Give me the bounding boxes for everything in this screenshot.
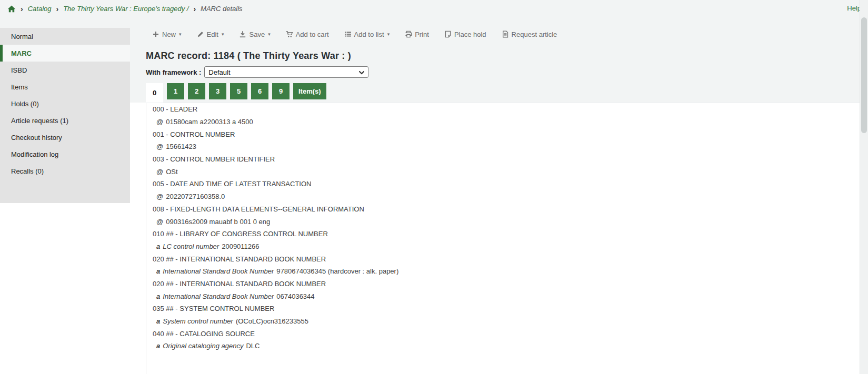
- subfield-value: 090316s2009 mauabf b 001 0 eng: [166, 218, 270, 226]
- toolbar-button-label: Print: [415, 31, 429, 38]
- marc-tag-line: 001 - CONTROL NUMBER: [146, 128, 860, 140]
- breadcrumb-separator: ›: [21, 5, 23, 13]
- subfield-code: a: [156, 317, 160, 325]
- marc-field-list: 000 - LEADER@01580cam a2200313 a 4500001…: [146, 103, 860, 352]
- subfield-code: @: [156, 168, 163, 176]
- toolbar-button-label: Add to cart: [296, 31, 329, 38]
- marc-subfield-line: aOriginal cataloging agencyDLC: [146, 340, 860, 352]
- marc-tag-line: 005 - DATE AND TIME OF LATEST TRANSACTIO…: [146, 178, 860, 190]
- save-button[interactable]: Save▾: [239, 31, 270, 38]
- sidebar-item-marc[interactable]: MARC: [0, 45, 130, 62]
- document-icon: [502, 31, 509, 38]
- subfield-value: DLC: [246, 342, 260, 350]
- help-link[interactable]: Help: [847, 4, 861, 12]
- marc-subfield-line: aLC control number2009011266: [146, 240, 860, 253]
- download-icon: [239, 31, 246, 38]
- breadcrumb: › Catalog › The Thirty Years War : Europ…: [0, 0, 868, 17]
- tab-0[interactable]: 0: [146, 83, 163, 103]
- caret-down-icon: ▾: [387, 32, 390, 37]
- subfield-code: a: [156, 267, 160, 275]
- subfield-value: OSt: [166, 168, 177, 176]
- subfield-code: @: [156, 218, 163, 226]
- toolbar-button-label: Request article: [512, 31, 557, 38]
- marc-tag-line: 035 ## - SYSTEM CONTROL NUMBER: [146, 302, 860, 315]
- toolbar-button-label: Edit: [207, 31, 218, 38]
- framework-selected-value: Default: [208, 68, 230, 76]
- tab-5[interactable]: 5: [230, 83, 247, 99]
- add-to-cart-button[interactable]: Add to cart: [286, 31, 329, 38]
- subfield-label: International Standard Book Number: [163, 292, 274, 300]
- sidebar-item-holds-0[interactable]: Holds (0): [0, 95, 130, 112]
- sidebar-item-items[interactable]: Items: [0, 78, 130, 95]
- marc-tag-line: 010 ## - LIBRARY OF CONGRESS CONTROL NUM…: [146, 228, 860, 240]
- tab-9[interactable]: 9: [272, 83, 290, 99]
- edit-button[interactable]: Edit▾: [197, 31, 224, 38]
- marc-subfield-line: aInternational Standard Book Number06740…: [146, 290, 860, 302]
- home-icon[interactable]: [7, 5, 16, 13]
- framework-row: With framework : Default: [146, 66, 368, 78]
- plus-icon: [152, 31, 159, 38]
- subfield-value: 15661423: [166, 143, 196, 150]
- subfield-label: International Standard Book Number: [163, 267, 274, 275]
- caret-down-icon: ▾: [222, 32, 224, 37]
- subfield-code: @: [156, 118, 163, 126]
- breadcrumb-catalog-link[interactable]: Catalog: [28, 5, 52, 13]
- marc-tag-line: 000 - LEADER: [146, 103, 860, 116]
- marc-subfield-line: @090316s2009 mauabf b 001 0 eng: [146, 215, 860, 228]
- sidebar-item-article-requests-1[interactable]: Article requests (1): [0, 112, 130, 129]
- tab-6[interactable]: 6: [251, 83, 268, 99]
- marc-subfield-line: @20220727160358.0: [146, 190, 860, 203]
- marc-tag-line: 008 - FIXED-LENGTH DATA ELEMENTS--GENERA…: [146, 203, 860, 216]
- sidebar-item-normal[interactable]: Normal: [0, 28, 130, 45]
- toolbar-button-label: Save: [249, 31, 265, 38]
- subfield-code: @: [156, 193, 163, 200]
- subfield-code: @: [156, 143, 163, 150]
- subfield-value: (OCoLC)ocn316233555: [236, 317, 308, 325]
- subfield-value: 9780674036345 (hardcover : alk. paper): [276, 267, 398, 275]
- marc-subfield-line: aSystem control number(OCoLC)ocn31623355…: [146, 315, 860, 328]
- vertical-scrollbar[interactable]: [860, 0, 868, 374]
- subfield-value: 0674036344: [276, 292, 314, 300]
- marc-tag-line: 020 ## - INTERNATIONAL STANDARD BOOK NUM…: [146, 252, 860, 265]
- pencil-icon: [197, 31, 204, 38]
- sidebar-view-menu: NormalMARCISBDItemsHolds (0)Article requ…: [0, 28, 130, 203]
- sidebar-item-isbd[interactable]: ISBD: [0, 62, 130, 78]
- page-title: MARC record: 1184 ( The Thirty Years War…: [146, 50, 351, 62]
- tab-item-s[interactable]: Item(s): [293, 83, 326, 99]
- caret-down-icon: ▾: [179, 32, 182, 37]
- place-hold-button[interactable]: Place hold: [444, 31, 486, 38]
- subfield-value: 20220727160358.0: [166, 193, 225, 200]
- marc-subfield-line: @01580cam a2200313 a 4500: [146, 116, 860, 128]
- scrollbar-thumb[interactable]: [861, 17, 867, 133]
- sidebar-item-modification-log[interactable]: Modification log: [0, 146, 130, 163]
- subfield-code: a: [156, 342, 160, 350]
- tab-2[interactable]: 2: [188, 83, 205, 99]
- list-icon: [344, 31, 352, 38]
- toolbar-button-label: Place hold: [454, 31, 486, 38]
- subfield-value: 01580cam a2200313 a 4500: [166, 118, 253, 126]
- framework-select[interactable]: Default: [204, 66, 368, 78]
- toolbar-button-label: New: [162, 31, 176, 38]
- subfield-value: 2009011266: [222, 242, 259, 250]
- marc-subfield-line: aInternational Standard Book Number97806…: [146, 265, 860, 278]
- marc-tag-line: 040 ## - CATALOGING SOURCE: [146, 327, 860, 340]
- sidebar-item-recalls-0[interactable]: Recalls (0): [0, 163, 130, 179]
- toolbar-button-label: Add to list: [354, 31, 384, 38]
- sidebar-item-checkout-history[interactable]: Checkout history: [0, 129, 130, 146]
- request-article-button[interactable]: Request article: [502, 31, 557, 38]
- caret-down-icon: ▾: [268, 32, 271, 37]
- marc-tag-line: 003 - CONTROL NUMBER IDENTIFIER: [146, 153, 860, 166]
- marc-subfield-line: @OSt: [146, 165, 860, 178]
- toolbar: New▾Edit▾Save▾Add to cartAdd to list▾Pri…: [152, 28, 557, 41]
- printer-icon: [405, 31, 412, 38]
- breadcrumb-current-page: MARC details: [201, 5, 242, 13]
- marc-tag-line: 020 ## - INTERNATIONAL STANDARD BOOK NUM…: [146, 278, 860, 290]
- framework-label: With framework :: [146, 68, 201, 76]
- subfield-label: LC control number: [163, 242, 219, 250]
- tab-1[interactable]: 1: [167, 83, 184, 99]
- print-button[interactable]: Print: [405, 31, 429, 38]
- breadcrumb-record-link[interactable]: The Thirty Years War : Europe's tragedy …: [63, 5, 188, 13]
- add-to-list-button[interactable]: Add to list▾: [344, 31, 390, 38]
- tab-3[interactable]: 3: [209, 83, 226, 99]
- new-button[interactable]: New▾: [152, 31, 182, 38]
